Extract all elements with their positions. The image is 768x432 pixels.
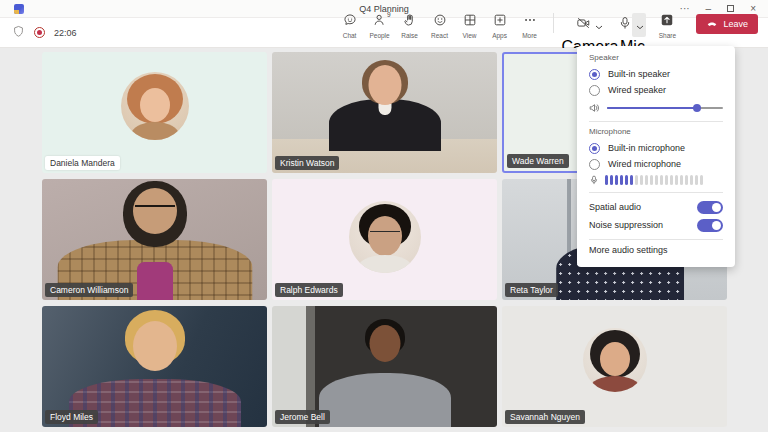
participant-name: Daniela Mandera [45, 156, 120, 171]
speaker-section-title: Speaker [589, 53, 723, 66]
toggle-label: Noise suppression [589, 220, 663, 230]
camera-off-icon [576, 16, 591, 34]
close-icon[interactable]: × [750, 0, 756, 18]
raise-hand-icon [403, 13, 417, 31]
participant-name: Wade Warren [507, 154, 569, 169]
more-button[interactable]: More [515, 9, 545, 39]
chat-label: Chat [343, 32, 357, 39]
video-tile-cameron-williamson[interactable]: Cameron Williamson [42, 179, 267, 300]
view-button[interactable]: View [455, 9, 485, 39]
view-grid-icon [463, 13, 477, 31]
video-tile-ralph-edwards[interactable]: Ralph Edwards [272, 179, 497, 300]
leave-label: Leave [723, 19, 748, 29]
participant-name: Kristin Watson [275, 156, 339, 171]
recording-indicator-icon [34, 27, 45, 38]
raise-hand-button[interactable]: Raise [395, 9, 425, 39]
option-label: Built-in microphone [608, 143, 685, 153]
speaker-volume-icon [589, 103, 600, 113]
video-stage: Daniela Mandera Kristin Watson Wade Warr… [0, 48, 768, 432]
avatar [583, 328, 647, 392]
people-label: People [369, 32, 389, 39]
meeting-toolbar: 22:06 Chat 9 People Raise [0, 18, 768, 48]
apps-label: Apps [492, 32, 507, 39]
microphone-option-builtin[interactable]: Built-in microphone [589, 140, 723, 156]
panel-divider [589, 239, 723, 240]
people-icon [373, 13, 387, 31]
radio-icon [589, 159, 600, 170]
maximize-icon[interactable] [727, 5, 734, 12]
mic-icon [618, 16, 632, 34]
spatial-audio-row[interactable]: Spatial audio [589, 198, 723, 216]
react-icon [433, 13, 447, 31]
toolbar-divider [553, 13, 554, 33]
people-count-badge: 9 [387, 11, 391, 18]
react-label: React [431, 32, 448, 39]
radio-icon [589, 85, 600, 96]
video-tile-jerome-bell[interactable]: Jerome Bell [272, 306, 497, 427]
spatial-audio-toggle[interactable] [697, 201, 723, 214]
mic-level-bars [605, 175, 703, 185]
meeting-window: Q4 Planning ··· – × 22:06 Chat 9 [0, 0, 768, 432]
radio-icon [589, 69, 600, 80]
participant-name: Savannah Nguyen [505, 410, 585, 425]
avatar [121, 72, 189, 140]
audio-settings-panel: Speaker Built-in speaker Wired speaker [577, 46, 735, 267]
raise-label: Raise [401, 32, 418, 39]
volume-slider-fill [607, 107, 697, 109]
toggle-label: Spatial audio [589, 202, 641, 212]
share-button[interactable]: Share [652, 9, 682, 39]
more-audio-settings-link[interactable]: More audio settings [589, 245, 723, 258]
radio-icon [589, 143, 600, 154]
shield-icon [12, 24, 25, 42]
more-dots-icon [523, 13, 537, 31]
noise-suppression-row[interactable]: Noise suppression [589, 216, 723, 234]
noise-suppression-toggle[interactable] [697, 219, 723, 232]
chat-button[interactable]: Chat [335, 9, 365, 39]
volume-slider[interactable] [607, 107, 723, 109]
titlebar-more-icon[interactable]: ··· [680, 0, 690, 18]
video-tile-kristin-watson[interactable]: Kristin Watson [272, 52, 497, 173]
chat-icon [343, 13, 357, 31]
video-tile-floyd-miles[interactable]: Floyd Miles [42, 306, 267, 427]
panel-divider [589, 192, 723, 193]
speaker-option-builtin[interactable]: Built-in speaker [589, 66, 723, 82]
video-tile-savannah-nguyen[interactable]: Savannah Nguyen [502, 306, 727, 427]
hang-up-icon [706, 18, 718, 30]
option-label: Built-in speaker [608, 69, 670, 79]
option-label: Wired speaker [608, 85, 666, 95]
share-label: Share [659, 32, 676, 39]
react-button[interactable]: React [425, 9, 455, 39]
mic-level-icon [589, 174, 599, 186]
minimize-icon[interactable]: – [706, 0, 712, 18]
apps-button[interactable]: Apps [485, 9, 515, 39]
speaker-option-wired[interactable]: Wired speaker [589, 82, 723, 98]
participant-name: Jerome Bell [275, 410, 330, 425]
share-screen-icon [660, 13, 674, 31]
video-tile-daniela-mandera[interactable]: Daniela Mandera [42, 52, 267, 173]
participant-name: Floyd Miles [45, 410, 98, 425]
option-label: Wired microphone [608, 159, 681, 169]
meeting-timer: 22:06 [54, 28, 77, 38]
view-label: View [463, 32, 477, 39]
volume-slider-thumb[interactable] [693, 104, 701, 112]
participant-name: Cameron Williamson [45, 283, 133, 298]
avatar [349, 201, 421, 273]
apps-plus-icon [493, 13, 507, 31]
microphone-option-wired[interactable]: Wired microphone [589, 156, 723, 172]
mic-chevron-button[interactable] [632, 13, 646, 37]
participant-name: Ralph Edwards [275, 283, 343, 298]
microphone-section-title: Microphone [589, 127, 723, 140]
people-button[interactable]: 9 People [365, 9, 395, 39]
camera-chevron-button[interactable] [591, 13, 605, 37]
more-label: More [522, 32, 537, 39]
panel-divider [589, 121, 723, 122]
participant-name: Reta Taylor [505, 283, 558, 298]
